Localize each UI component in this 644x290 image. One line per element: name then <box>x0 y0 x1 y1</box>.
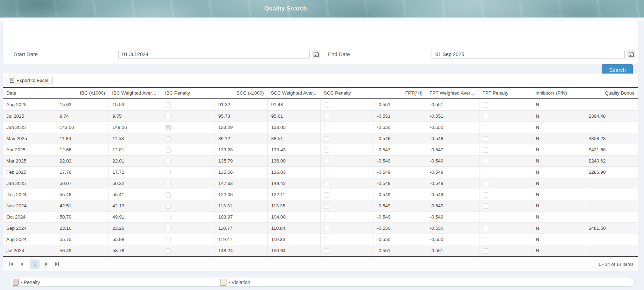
cell-scc_penalty <box>320 189 373 200</box>
column-header-ibc_wa[interactable]: IBC Weighted Average <box>108 88 161 98</box>
cell-date: May 2025 <box>3 133 56 144</box>
cell-ibc: 23.16 <box>56 223 108 234</box>
cell-scc_penalty <box>320 99 373 110</box>
column-header-fpt_wa[interactable]: FPT Weighted Average <box>426 88 479 98</box>
pager: 1 1 - 14 of 14 items <box>3 256 638 271</box>
penalty-legend-label: - Penalty <box>21 279 40 285</box>
cell-scc: 113.31 <box>215 200 267 212</box>
scc-penalty-checkbox <box>324 170 329 175</box>
cell-fpt_wa: -0.549 <box>426 200 479 212</box>
table-row: Jul 20259.749.7595.7395.61-0.551-0.551N$… <box>3 110 638 122</box>
previous-page-button[interactable] <box>18 260 26 268</box>
cell-ibc_wa: 42.13 <box>108 200 161 212</box>
export-to-excel-button[interactable]: Export to Excel <box>6 76 52 85</box>
cell-inhibitors: N <box>532 133 585 144</box>
cell-scc_wa: 133.43 <box>267 144 320 156</box>
cell-fpt: -0.549 <box>373 167 426 178</box>
cell-fpt_penalty <box>479 122 532 133</box>
cell-scc_penalty <box>320 144 373 156</box>
end-date-input[interactable] <box>432 50 625 59</box>
table-row: Oct 202450.7949.91103.97104.00-0.549-0.5… <box>3 211 638 222</box>
column-header-scc_penalty[interactable]: SCC Penalty <box>320 88 373 98</box>
cell-date: Aug 2025 <box>3 99 56 110</box>
scc-penalty-checkbox <box>324 181 329 186</box>
cell-inhibitors: N <box>532 189 585 200</box>
cell-inhibitors: N <box>532 111 585 122</box>
start-date-calendar-button[interactable] <box>312 50 320 58</box>
cell-scc: 89.12 <box>215 133 267 144</box>
cell-inhibitors: N <box>532 212 585 223</box>
column-header-inhibitors[interactable]: Inhibitors (P/N) <box>532 88 585 98</box>
next-page-button[interactable] <box>42 260 51 268</box>
cell-quality_bonus: $240.62 <box>585 156 638 167</box>
cell-fpt_penalty <box>479 178 532 189</box>
column-header-ibc_penalty[interactable]: IBC Penalty <box>162 88 215 98</box>
violation-swatch <box>220 279 226 286</box>
column-header-scc[interactable]: SCC (x1000) <box>215 88 267 98</box>
cell-date: Apr 2025 <box>3 144 56 156</box>
table-row: Sep 202423.1623.26110.77110.84-0.550-0.5… <box>3 222 638 234</box>
column-header-fpt[interactable]: FPT(°H) <box>373 88 426 98</box>
last-page-icon <box>54 261 60 267</box>
cell-scc: 103.97 <box>215 212 267 223</box>
cell-scc_wa: 123.05 <box>267 122 320 133</box>
column-header-date[interactable]: Date <box>3 88 56 98</box>
cell-ibc_penalty <box>162 144 215 156</box>
cell-quality_bonus <box>585 245 638 256</box>
cell-inhibitors: N <box>532 178 585 189</box>
ibc-penalty-checkbox <box>166 170 171 175</box>
cell-ibc: 9.74 <box>56 111 108 122</box>
filter-panel: Start Date End Date Search <box>3 21 638 64</box>
cell-inhibitors: N <box>532 234 585 245</box>
cell-scc_penalty <box>320 178 373 189</box>
cell-scc_wa: 91.48 <box>267 99 320 110</box>
table-row: Jan 202550.0750.32147.63149.42-0.549-0.5… <box>3 178 638 189</box>
cell-scc_penalty <box>320 156 373 167</box>
cell-fpt: -0.550 <box>373 223 426 234</box>
page-number-current[interactable]: 1 <box>30 260 40 269</box>
cell-quality_bonus <box>585 189 638 200</box>
cell-ibc_penalty <box>162 156 215 167</box>
cell-date: Oct 2024 <box>3 212 56 223</box>
cell-date: Jun 2025 <box>3 122 56 133</box>
cell-fpt_penalty <box>479 189 532 200</box>
scc-penalty-checkbox <box>324 215 329 220</box>
table-row: Mar 202522.0222.01135.79136.00-0.549-0.5… <box>3 155 638 166</box>
table-header-row: DateIBC (x1000)IBC Weighted AverageIBC P… <box>3 87 638 99</box>
column-header-quality_bonus[interactable]: Quality Bonus <box>585 88 638 98</box>
cell-inhibitors: N <box>532 223 585 234</box>
start-date-input[interactable] <box>118 50 310 59</box>
legend-bar: - Penalty - Violation <box>9 277 635 286</box>
cell-ibc: 22.02 <box>56 156 108 167</box>
ibc-penalty-checkbox <box>166 237 171 242</box>
fpt-penalty-checkbox <box>483 248 488 254</box>
cell-ibc_wa: 22.01 <box>108 156 161 167</box>
cell-fpt: -0.551 <box>373 245 426 256</box>
cell-date: Mar 2025 <box>3 156 56 167</box>
scc-penalty-checkbox <box>324 237 329 242</box>
table-body: Aug 202515.6215.5391.3291.48-0.551-0.551… <box>3 99 638 256</box>
cell-fpt_wa: -0.550 <box>426 122 479 133</box>
ibc-penalty-checkbox <box>166 226 171 231</box>
cell-fpt_penalty <box>479 111 532 122</box>
page-header-band: Quality Search <box>0 0 644 18</box>
cell-fpt: -0.550 <box>373 122 426 133</box>
export-to-excel-label: Export to Excel <box>16 78 48 83</box>
cell-fpt_penalty <box>479 223 532 234</box>
quality-search-page: Quality Search Start Date End Date <box>0 0 644 290</box>
end-date-calendar-button[interactable] <box>627 50 635 58</box>
cell-fpt_penalty <box>479 212 532 223</box>
results-grid: Export to Excel DateIBC (x1000)IBC Weigh… <box>3 74 638 271</box>
cell-fpt: -0.546 <box>373 133 426 144</box>
penalty-swatch <box>13 279 19 286</box>
ibc-penalty-checkbox <box>166 102 171 108</box>
first-page-button[interactable] <box>7 260 15 268</box>
column-header-ibc[interactable]: IBC (x1000) <box>56 88 108 98</box>
cell-scc_penalty <box>320 122 373 133</box>
last-page-button[interactable] <box>53 260 61 268</box>
table-row: Nov 202442.5142.13113.31113.35-0.549-0.5… <box>3 200 638 211</box>
column-header-fpt_penalty[interactable]: FPT Penalty <box>479 88 532 98</box>
cell-scc_wa: 136.00 <box>267 156 320 167</box>
cell-date: Sep 2024 <box>3 223 56 234</box>
column-header-scc_wa[interactable]: SCC Weighted Aver... <box>267 88 320 98</box>
